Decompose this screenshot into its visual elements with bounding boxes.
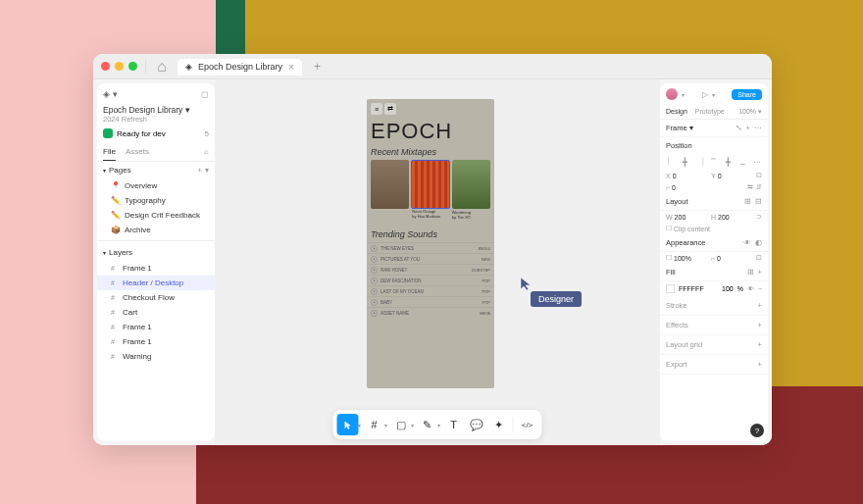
radius-input[interactable]: ⌐ 0 (711, 254, 753, 262)
play-icon: ▸ (371, 299, 378, 306)
zoom-level[interactable]: 100% ▾ (738, 105, 762, 119)
file-tab[interactable]: ◈ Epoch Design Library × (178, 59, 302, 76)
layer-item[interactable]: #Header / Desktop (97, 276, 215, 290)
y-input[interactable]: Y 0 (711, 172, 753, 179)
window-controls[interactable] (101, 62, 137, 71)
page-item[interactable]: 📍Overview (97, 178, 215, 193)
panel-toggle-icon[interactable]: ▢ (201, 90, 209, 99)
menu-icon: ≡ (371, 103, 382, 115)
dev-mode-toggle[interactable]: </> (517, 414, 538, 435)
share-button[interactable]: Share (732, 89, 762, 100)
help-button[interactable]: ? (750, 424, 764, 437)
add-page-icon[interactable]: + (197, 166, 202, 175)
play-icon: ▸ (371, 277, 378, 284)
new-tab-button[interactable]: + (314, 60, 321, 74)
close-icon[interactable]: × (288, 62, 294, 73)
layer-item[interactable]: #Cart (97, 305, 215, 320)
swap-icon: ⇄ (384, 103, 396, 115)
frame-icon: # (111, 309, 119, 316)
artboard-header-desktop[interactable]: ≡⇄ EPOCH Recent Mixtapes Neon Orangeby H… (367, 99, 494, 388)
visibility-icon[interactable]: 👁 (747, 285, 754, 292)
width-input[interactable]: W 200 (666, 213, 708, 221)
search-icon[interactable]: ⌕ (204, 143, 209, 161)
eye-icon[interactable]: 👁 (743, 238, 751, 247)
align-bottom-icon[interactable]: ⎽ (737, 157, 747, 167)
styles-icon[interactable]: ⊞ (747, 268, 754, 277)
file-name[interactable]: Epoch Design Library ▾ (103, 105, 209, 115)
layout-grid-section[interactable]: Layout grid+ (660, 335, 768, 355)
avatar[interactable] (666, 88, 678, 100)
dev-status[interactable]: Ready for dev 5 (97, 124, 215, 143)
opacity-input[interactable]: ☐ 100% (666, 254, 708, 262)
figma-menu-icon[interactable]: ◈ ▾ (103, 89, 118, 99)
align-middle-icon[interactable]: ╋ (724, 157, 734, 167)
page-item[interactable]: ✏️Design Crit Feedback (97, 208, 215, 223)
x-input[interactable]: X 0 (666, 172, 708, 179)
frame-icon: # (111, 353, 119, 360)
text-tool[interactable]: T (443, 414, 465, 435)
tab-file[interactable]: File (103, 143, 116, 161)
flip-h-icon[interactable]: ⇋ (747, 183, 753, 191)
layer-item[interactable]: #Frame 1 (97, 320, 215, 334)
export-section[interactable]: Export+ (660, 355, 768, 375)
resize-icon[interactable]: ⤡ (736, 124, 742, 132)
align-right-icon[interactable]: ⎹ (694, 157, 704, 167)
shape-tool[interactable]: ▢ (390, 414, 412, 435)
frame-type[interactable]: Frame ▾ (666, 124, 693, 132)
canvas[interactable]: ≡⇄ EPOCH Recent Mixtapes Neon Orangeby H… (215, 79, 660, 445)
play-icon: ▸ (371, 267, 378, 274)
align-top-icon[interactable]: ⎺ (709, 157, 719, 167)
left-panel: ◈ ▾ ▢ Epoch Design Library ▾ 2024 Refres… (97, 83, 215, 441)
corners-icon[interactable]: ⊡ (756, 254, 762, 262)
page-item[interactable]: ✏️Typography (97, 193, 215, 208)
layer-item[interactable]: #Warning (97, 349, 215, 364)
tab-design[interactable]: Design (666, 105, 687, 119)
remove-icon[interactable]: − (758, 285, 762, 292)
link-dims-icon[interactable]: ⊃ (756, 213, 762, 221)
present-icon[interactable]: ▷ (702, 90, 708, 99)
layer-item[interactable]: #Frame 1 (97, 334, 215, 349)
titlebar: ⌂ ◈ Epoch Design Library × + (93, 54, 772, 79)
pages-header[interactable]: Pages (109, 166, 131, 175)
logo-text: EPOCH (367, 119, 494, 144)
section-heading: Trending Sounds (367, 227, 494, 242)
rotation-input[interactable]: ⌐ 0 (666, 183, 704, 191)
page-options-icon[interactable]: ▾ (205, 166, 209, 175)
page-item[interactable]: 📦Archive (97, 223, 215, 237)
appearance-header: Appearance (666, 238, 705, 247)
tab-assets[interactable]: Assets (126, 143, 149, 161)
constrain-icon[interactable]: ⊡ (756, 172, 762, 179)
home-icon[interactable]: ⌂ (154, 59, 170, 75)
stroke-section[interactable]: Stroke+ (660, 296, 768, 316)
play-icon: ▸ (371, 288, 378, 295)
bottom-toolbar: ▾ #▾ ▢▾ ✎▾ T 💬 ✦ </> (333, 410, 542, 439)
track-row: ▸ASSET NAMEMETA (367, 307, 494, 318)
more-align-icon[interactable]: ⋯ (752, 157, 762, 167)
alpha-input[interactable]: 100 (722, 285, 734, 292)
comment-tool[interactable]: 💬 (466, 414, 487, 435)
align-left-icon[interactable]: ⎸ (666, 157, 676, 167)
height-input[interactable]: H 200 (711, 213, 753, 221)
blend-icon[interactable]: ◐ (755, 238, 762, 247)
position-header: Position (660, 137, 768, 154)
flip-v-icon[interactable]: ⇵ (756, 183, 762, 191)
align-center-icon[interactable]: ╋ (681, 157, 690, 167)
autolayout-v-icon[interactable]: ⊞ (744, 197, 751, 206)
fill-header: Fill (666, 268, 676, 277)
color-swatch[interactable] (666, 284, 675, 293)
layer-item[interactable]: #Checkout Flow (97, 290, 215, 305)
pen-tool[interactable]: ✎ (417, 414, 438, 435)
layer-item[interactable]: #Frame 1 (97, 261, 215, 276)
move-tool[interactable] (337, 414, 359, 435)
tab-prototype[interactable]: Prototype (695, 105, 725, 119)
clip-content-toggle[interactable]: ☐ Clip content (666, 225, 762, 232)
add-fill-icon[interactable]: + (758, 268, 762, 277)
autolayout-h-icon[interactable]: ⊟ (755, 197, 762, 206)
hex-input[interactable]: FFFFFF (679, 285, 704, 292)
more-icon[interactable]: ⋯ (754, 124, 762, 132)
effects-section[interactable]: Effects+ (660, 316, 768, 335)
actions-tool[interactable]: ✦ (488, 414, 510, 435)
frame-tool[interactable]: # (364, 414, 385, 435)
layers-header[interactable]: Layers (109, 248, 132, 257)
add-icon[interactable]: + (746, 124, 750, 132)
